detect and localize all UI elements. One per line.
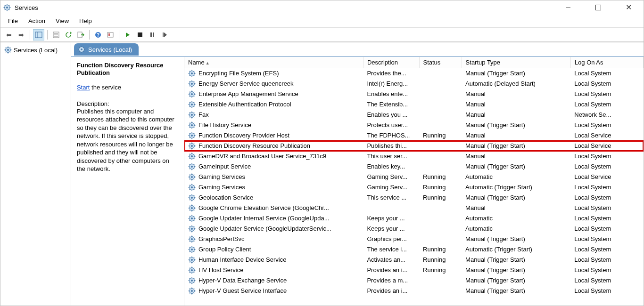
service-row[interactable]: Google Updater Internal Service (GoogleU… xyxy=(184,213,644,224)
column-header-logon[interactable]: Log On As xyxy=(570,57,643,68)
service-startup: Manual (Trigger Start) xyxy=(462,265,570,275)
close-icon: ✕ xyxy=(626,4,632,11)
service-logon: Local System xyxy=(570,89,643,99)
stop-service-button[interactable] xyxy=(134,29,146,40)
app-gear-icon xyxy=(3,4,11,11)
close-button[interactable]: ✕ xyxy=(618,1,639,14)
service-row[interactable]: Function Discovery Resource PublicationP… xyxy=(184,141,644,151)
window-controls: ✕ xyxy=(558,1,639,14)
service-name-text: GraphicsPerfSvc xyxy=(198,235,245,242)
service-row[interactable]: HV Host ServiceProvides an i...RunningMa… xyxy=(184,265,644,275)
maximize-button[interactable] xyxy=(588,1,609,14)
gear-icon xyxy=(188,204,196,212)
refresh-button[interactable] xyxy=(63,29,74,40)
service-name-text: Google Chrome Elevation Service (GoogleC… xyxy=(198,204,329,211)
tab-services-local[interactable]: Services (Local) xyxy=(74,43,139,56)
pause-service-button[interactable] xyxy=(147,29,158,40)
gear-icon xyxy=(188,266,196,274)
resume-icon xyxy=(163,32,167,37)
start-service-button[interactable] xyxy=(122,29,133,40)
service-row[interactable]: GameInput ServiceEnables key...Manual (T… xyxy=(184,161,644,172)
service-row[interactable]: Function Discovery Provider HostThe FDPH… xyxy=(184,130,644,141)
service-row[interactable]: GraphicsPerfSvcGraphics per...Manual (Tr… xyxy=(184,234,644,244)
description-label: Description: xyxy=(77,100,178,107)
service-name-text: Encrypting File System (EFS) xyxy=(198,70,279,77)
service-name-text: Energy Server Service queencreek xyxy=(198,80,294,87)
service-row[interactable]: FaxEnables you ...ManualNetwork Se... xyxy=(184,110,644,120)
service-status xyxy=(419,110,462,120)
service-row[interactable]: Energy Server Service queencreekIntel(r)… xyxy=(184,79,644,89)
main-split: Function Discovery Resource Publication … xyxy=(71,56,644,306)
column-header-status[interactable]: Status xyxy=(419,57,462,68)
service-startup: Manual (Trigger Start) xyxy=(462,141,570,151)
menu-action[interactable]: Action xyxy=(24,16,50,26)
forward-button[interactable]: ➡ xyxy=(16,29,27,40)
service-logon: Local System xyxy=(570,255,643,265)
column-header-startup[interactable]: Startup Type xyxy=(462,57,570,68)
service-description: The service i... xyxy=(363,244,419,255)
service-row[interactable]: Hyper-V Guest Service InterfaceProvides … xyxy=(184,286,644,296)
help-button[interactable]: ? xyxy=(92,29,104,40)
service-description: Provides a m... xyxy=(363,275,419,286)
tree-pane: Services (Local) xyxy=(0,42,71,306)
service-row[interactable]: Gaming ServicesGaming Serv...RunningAuto… xyxy=(184,172,644,182)
toolbar-separator xyxy=(30,30,30,40)
service-row[interactable]: Encrypting File System (EFS)Provides the… xyxy=(184,68,644,79)
service-startup: Automatic (Delayed Start) xyxy=(462,79,570,89)
menu-help[interactable]: Help xyxy=(74,16,97,26)
filter-button[interactable] xyxy=(105,29,116,40)
titlebar: Services ✕ xyxy=(0,0,644,15)
service-description: This user ser... xyxy=(363,151,419,161)
service-logon: Local System xyxy=(570,99,643,110)
service-status xyxy=(419,68,462,79)
gear-icon xyxy=(78,46,85,53)
service-startup: Automatic xyxy=(462,172,570,182)
back-button[interactable]: ⬅ xyxy=(3,29,15,40)
service-row[interactable]: Group Policy ClientThe service i...Runni… xyxy=(184,244,644,255)
service-startup: Manual xyxy=(462,99,570,110)
service-name-text: Function Discovery Resource Publication xyxy=(198,142,310,149)
restart-service-button[interactable] xyxy=(159,29,170,40)
service-name-text: Gaming Services xyxy=(198,173,245,180)
properties-icon xyxy=(52,31,60,39)
minimize-button[interactable] xyxy=(558,1,578,14)
service-logon: Local Service xyxy=(570,141,643,151)
service-row[interactable]: Human Interface Device ServiceActivates … xyxy=(184,255,644,265)
gear-icon xyxy=(188,287,196,295)
filter-icon xyxy=(107,31,114,39)
service-row[interactable]: Geolocation ServiceThis service ...Runni… xyxy=(184,193,644,203)
service-name-text: File History Service xyxy=(198,121,251,129)
gear-icon xyxy=(188,184,196,191)
start-service-link[interactable]: Start xyxy=(77,84,90,91)
service-status xyxy=(419,286,462,296)
gear-icon xyxy=(188,194,196,201)
service-logon: Local System xyxy=(570,234,643,244)
menu-file[interactable]: File xyxy=(3,16,23,26)
service-row[interactable]: Google Updater Service (GoogleUpdaterSer… xyxy=(184,224,644,234)
service-logon: Local System xyxy=(570,203,643,213)
service-logon: Local System xyxy=(570,193,643,203)
service-name-text: GameInput Service xyxy=(198,163,251,170)
service-name-text: Google Updater Service (GoogleUpdaterSer… xyxy=(198,225,331,232)
service-startup: Manual (Trigger Start) xyxy=(462,234,570,244)
show-hide-tree-button[interactable] xyxy=(33,29,44,40)
service-row[interactable]: Gaming ServicesGaming Serv...RunningAuto… xyxy=(184,182,644,193)
service-list[interactable]: Name▲ Description Status Startup Type Lo… xyxy=(184,57,644,306)
service-name-text: Gaming Services xyxy=(198,184,245,191)
export-list-button[interactable] xyxy=(75,29,86,40)
service-logon: Local System xyxy=(570,79,643,89)
service-row[interactable]: Extensible Authentication ProtocolThe Ex… xyxy=(184,99,644,110)
service-startup: Manual xyxy=(462,110,570,120)
service-row[interactable]: GameDVR and Broadcast User Service_731c9… xyxy=(184,151,644,161)
service-row[interactable]: Enterprise App Management ServiceEnables… xyxy=(184,89,644,99)
service-row[interactable]: Hyper-V Data Exchange ServiceProvides a … xyxy=(184,275,644,286)
service-row[interactable]: Google Chrome Elevation Service (GoogleC… xyxy=(184,203,644,213)
service-row[interactable]: File History ServiceProtects user...Manu… xyxy=(184,120,644,130)
service-description: Enables ente... xyxy=(363,89,419,99)
column-header-name[interactable]: Name▲ xyxy=(184,57,363,68)
column-header-description[interactable]: Description xyxy=(363,57,419,68)
tree-root-node[interactable]: Services (Local) xyxy=(2,45,69,55)
properties-button[interactable] xyxy=(50,29,62,40)
menubar: File Action View Help xyxy=(0,15,644,28)
menu-view[interactable]: View xyxy=(51,16,74,26)
